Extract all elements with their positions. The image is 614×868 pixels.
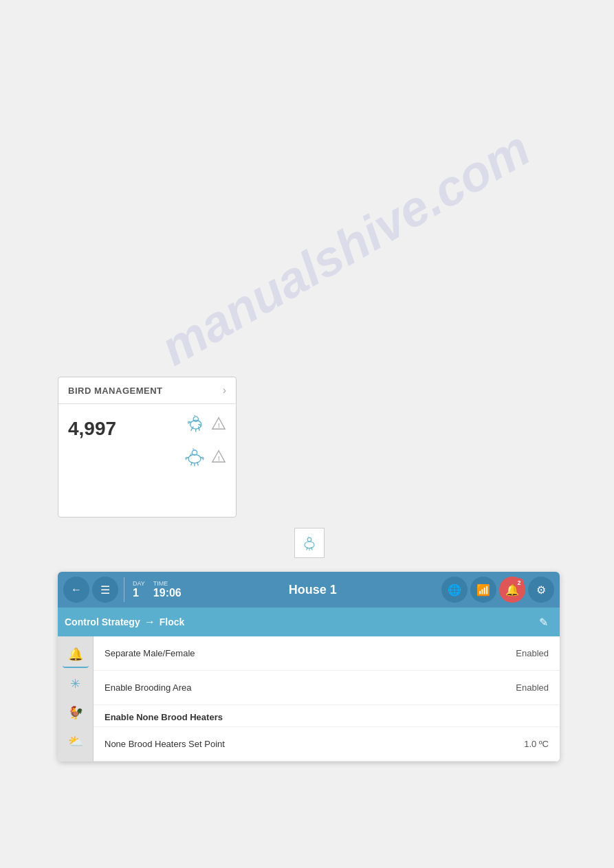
nav-control-strategy[interactable]: Control Strategy: [65, 616, 140, 627]
watermark-text: manualshive.com: [151, 120, 539, 376]
header-bar: ← ☰ DAY 1 TIME 19:06 House 1 🌐 📶 🔔 2 ⚙: [58, 572, 560, 608]
settings-button[interactable]: ⚙: [528, 577, 554, 603]
breadcrumb: Control Strategy → Flock: [65, 616, 534, 628]
svg-text:!: !: [218, 456, 220, 462]
day-value: 1: [133, 587, 145, 599]
female-bird-row: !: [182, 444, 226, 469]
setting-value-brooding: Enabled: [516, 682, 549, 693]
setting-label-heaters-setpoint: None Brood Heaters Set Point: [105, 739, 524, 749]
header-divider: [124, 577, 124, 602]
svg-point-6: [305, 542, 314, 548]
bird-thumb-icon: [300, 533, 319, 553]
back-button[interactable]: ←: [63, 577, 89, 603]
wifi-button[interactable]: 📶: [470, 577, 496, 603]
setting-row-separate: Separate Male/Female Enabled: [94, 636, 560, 671]
bird-thumbnail: [294, 528, 325, 558]
svg-point-3: [188, 454, 201, 463]
main-content: Separate Male/Female Enabled Enable Broo…: [94, 636, 560, 761]
time-block: TIME 19:06: [153, 580, 182, 599]
sidebar-item-fan[interactable]: ✳: [63, 671, 89, 697]
nav-flock[interactable]: Flock: [160, 616, 185, 627]
time-label: TIME: [153, 580, 182, 587]
bm-body: 4,997 !: [58, 404, 236, 448]
setting-row-brooding: Enable Brooding Area Enabled: [94, 671, 560, 705]
hen-female-icon: [182, 444, 207, 469]
svg-point-7: [307, 537, 311, 542]
header-title: House 1: [187, 583, 439, 597]
nav-bar: Control Strategy → Flock ✎: [58, 608, 560, 636]
setting-value-heaters-setpoint: 1.0 ºC: [524, 739, 549, 749]
section-header-heaters: Enable None Brood Heaters: [94, 705, 560, 727]
day-label: DAY: [133, 580, 145, 587]
setting-row-heaters-setpoint: None Brood Heaters Set Point 1.0 ºC: [94, 727, 560, 761]
sidebar-item-bell[interactable]: 🔔: [63, 642, 89, 668]
nav-breadcrumb-arrow: →: [144, 616, 155, 628]
bell-sidebar-icon: 🔔: [68, 647, 83, 662]
male-bird-row: !: [182, 411, 226, 436]
day-block: DAY 1: [133, 580, 145, 599]
edit-button[interactable]: ✎: [534, 612, 553, 632]
left-sidebar: 🔔 ✳ 🐓 ⛅: [58, 636, 94, 761]
device-ui: ← ☰ DAY 1 TIME 19:06 House 1 🌐 📶 🔔 2 ⚙ C…: [58, 572, 560, 761]
warning-icon-female: !: [211, 449, 226, 464]
svg-text:!: !: [218, 423, 220, 429]
alert-badge: 2: [514, 578, 524, 588]
svg-point-1: [193, 416, 198, 421]
warning-icon-male: !: [211, 416, 226, 431]
bm-header[interactable]: BIRD MANAGEMENT ›: [58, 377, 236, 404]
setting-label-brooding: Enable Brooding Area: [105, 682, 516, 693]
bird-management-card: BIRD MANAGEMENT › 4,997 !: [58, 377, 237, 518]
setting-value-separate: Enabled: [516, 648, 549, 658]
bm-expand-arrow[interactable]: ›: [223, 384, 226, 397]
cloud-sidebar-icon: ⛅: [68, 734, 83, 749]
sidebar-item-bird[interactable]: 🐓: [63, 700, 89, 726]
setting-label-separate: Separate Male/Female: [105, 648, 516, 658]
fan-sidebar-icon: ✳: [70, 676, 80, 691]
sidebar-item-cloud[interactable]: ⛅: [63, 728, 89, 755]
rooster-male-icon: [182, 411, 207, 436]
bird-sidebar-icon: 🐓: [68, 705, 83, 720]
time-value: 19:06: [153, 587, 182, 599]
globe-button[interactable]: 🌐: [441, 577, 468, 603]
content-area: 🔔 ✳ 🐓 ⛅ Separate Male/Female Enabled Ena…: [58, 636, 560, 761]
bm-icon-row: ! !: [182, 411, 226, 469]
menu-button[interactable]: ☰: [92, 577, 118, 603]
bm-title: BIRD MANAGEMENT: [68, 386, 163, 396]
alert-button[interactable]: 🔔 2: [499, 577, 525, 603]
